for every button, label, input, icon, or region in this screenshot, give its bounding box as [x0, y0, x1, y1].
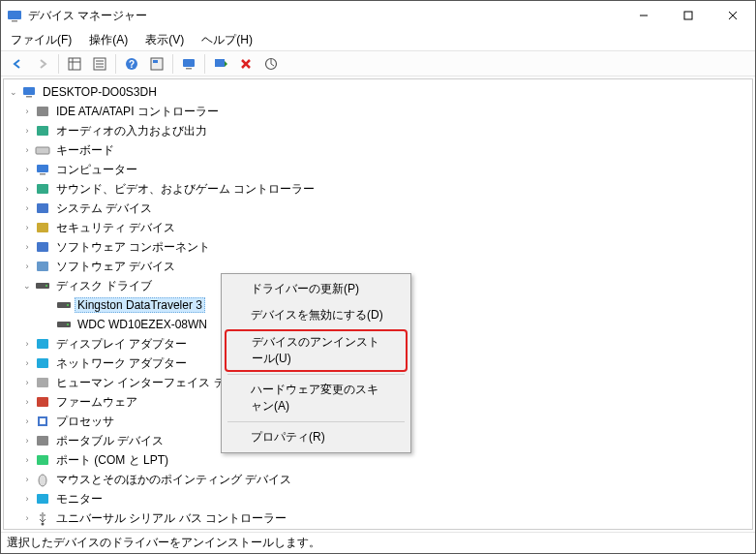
context-menu-item[interactable]: デバイスを無効にする(D)	[224, 302, 408, 328]
svg-rect-6	[69, 58, 80, 70]
tree-item[interactable]: ›システム デバイス	[4, 200, 752, 217]
svg-rect-34	[37, 262, 48, 271]
tree-item[interactable]: ›ユニバーサル シリアル バス コントローラー	[4, 509, 752, 527]
tree-item[interactable]: ›オーディオの入力および出力	[4, 122, 752, 139]
tree-item-label: ディスプレイ アダプター	[53, 335, 190, 354]
disk-icon	[56, 317, 72, 332]
chevron-right-icon[interactable]: ›	[21, 475, 33, 484]
chevron-right-icon[interactable]: ›	[21, 184, 33, 194]
firmware-icon	[35, 394, 50, 410]
chevron-right-icon[interactable]: ›	[21, 126, 33, 136]
context-menu: ドライバーの更新(P)デバイスを無効にする(D)デバイスのアンインストール(U)…	[221, 273, 411, 453]
chevron-right-icon[interactable]: ›	[21, 513, 33, 523]
window-title: デバイス マネージャー	[28, 8, 621, 24]
chevron-right-icon[interactable]: ›	[21, 203, 33, 213]
toolbar-delete-button[interactable]	[234, 53, 257, 75]
title-bar: デバイス マネージャー	[1, 1, 755, 30]
svg-rect-30	[37, 184, 48, 194]
tree-item-label: ディスク ドライブ	[53, 277, 155, 295]
tree-item[interactable]: ›印刷キュー	[4, 529, 752, 530]
maximize-button[interactable]	[666, 1, 711, 30]
chevron-down-icon[interactable]: ⌄	[8, 87, 19, 97]
chevron-right-icon[interactable]: ›	[21, 494, 33, 504]
svg-rect-42	[37, 358, 48, 368]
toolbar-update-button[interactable]	[209, 53, 232, 75]
tree-item[interactable]: ›マウスとそのほかのポインティング デバイス	[4, 471, 752, 488]
port-icon	[35, 452, 50, 468]
toolbar-back-button[interactable]	[6, 53, 29, 75]
monitor-icon	[35, 491, 50, 507]
toolbar-detail-button[interactable]	[63, 53, 86, 75]
context-menu-item[interactable]: ドライバーの更新(P)	[224, 276, 408, 302]
toolbar-scan-button[interactable]	[259, 53, 283, 75]
context-menu-item[interactable]: プロパティ(R)	[224, 424, 408, 450]
chevron-right-icon[interactable]: ›	[21, 416, 33, 426]
svg-rect-17	[183, 59, 195, 67]
toolbar-prop-button[interactable]	[145, 53, 168, 75]
menu-action[interactable]: 操作(A)	[85, 30, 132, 50]
svg-rect-0	[8, 11, 21, 19]
menu-view[interactable]: 表示(V)	[141, 30, 188, 50]
toolbar-monitor-button[interactable]	[177, 53, 200, 75]
network-icon	[35, 355, 50, 371]
svg-rect-41	[37, 339, 48, 349]
chevron-right-icon[interactable]: ›	[21, 455, 33, 465]
window-buttons	[621, 1, 755, 30]
minimize-button[interactable]	[621, 1, 666, 30]
tree-item[interactable]: ›IDE ATA/ATAPI コントローラー	[4, 103, 752, 120]
svg-rect-23	[23, 87, 35, 95]
context-menu-item[interactable]: デバイスのアンインストール(U)	[225, 329, 408, 372]
tree-item[interactable]: ›コンピューター	[4, 161, 752, 178]
svg-rect-48	[37, 455, 48, 465]
toolbar-forward-button[interactable]	[31, 53, 54, 75]
chevron-right-icon[interactable]: ›	[21, 223, 33, 232]
svg-rect-26	[37, 126, 48, 136]
menu-bar: ファイル(F) 操作(A) 表示(V) ヘルプ(H)	[1, 30, 755, 51]
tree-item-label: モニター	[53, 490, 106, 508]
tree-item-label: WDC WD10EZEX-08WN	[75, 317, 210, 332]
app-icon	[7, 8, 22, 23]
chevron-right-icon[interactable]: ›	[21, 397, 33, 407]
menu-help[interactable]: ヘルプ(H)	[197, 30, 257, 50]
chevron-down-icon[interactable]: ⌄	[21, 281, 33, 291]
context-menu-item[interactable]: ハードウェア変更のスキャン(A)	[224, 377, 408, 419]
toolbar-help-button[interactable]: ?	[120, 53, 143, 75]
tree-item[interactable]: ›モニター	[4, 490, 752, 508]
tree-item[interactable]: ›セキュリティ デバイス	[4, 219, 752, 236]
tree-item[interactable]: ›サウンド、ビデオ、およびゲーム コントローラー	[4, 180, 752, 198]
tree-item-label: ファームウェア	[53, 393, 140, 412]
toolbar-list-button[interactable]	[88, 53, 111, 75]
hid-icon	[35, 375, 50, 390]
svg-text:?: ?	[129, 59, 135, 70]
mouse-icon	[35, 472, 50, 487]
chevron-right-icon[interactable]: ›	[21, 378, 33, 387]
disk-icon	[35, 278, 50, 293]
status-bar: 選択したデバイスのドライバーをアンインストールします。	[1, 532, 755, 553]
tree-item[interactable]: ›キーボード	[4, 141, 752, 159]
chevron-right-icon[interactable]: ›	[21, 242, 33, 252]
chevron-right-icon[interactable]: ›	[21, 107, 33, 116]
svg-rect-16	[153, 60, 158, 63]
tree-item-label: Kingston DataTraveler 3	[75, 297, 205, 313]
close-button[interactable]	[711, 1, 755, 30]
tree-item-label: プロセッサ	[53, 413, 117, 431]
svg-rect-43	[37, 378, 48, 387]
svg-rect-32	[37, 223, 48, 232]
tree-item[interactable]: ›ポート (COM と LPT)	[4, 451, 752, 469]
chevron-right-icon[interactable]: ›	[21, 358, 33, 368]
chevron-right-icon[interactable]: ›	[21, 436, 33, 446]
tree-item-label: ユニバーサル シリアル バス コントローラー	[53, 509, 289, 528]
chevron-right-icon[interactable]: ›	[21, 165, 33, 174]
chevron-right-icon[interactable]: ›	[21, 339, 33, 349]
tree-item[interactable]: ›ソフトウェア コンポーネント	[4, 238, 752, 256]
chevron-right-icon[interactable]: ›	[21, 262, 33, 271]
context-menu-separator	[227, 421, 405, 422]
tree-item-label: セキュリティ デバイス	[53, 219, 178, 237]
chevron-right-icon[interactable]: ›	[21, 145, 33, 155]
svg-rect-3	[684, 12, 692, 19]
svg-point-40	[67, 323, 69, 325]
tree-item-label: キーボード	[53, 141, 117, 160]
menu-file[interactable]: ファイル(F)	[7, 30, 76, 50]
usb-icon	[35, 510, 50, 526]
tree-item[interactable]: ⌄DESKTOP-DO0S3DH	[4, 83, 752, 101]
